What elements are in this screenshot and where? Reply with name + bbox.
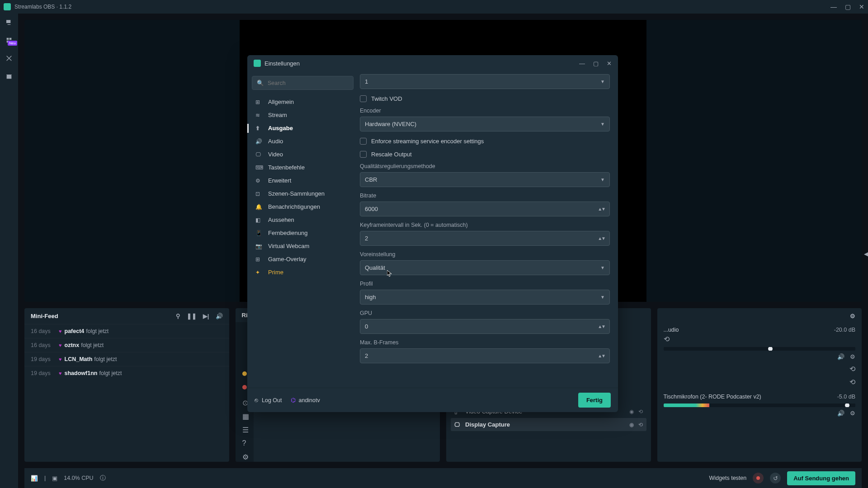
- test-widgets-button[interactable]: Widgets testen: [709, 475, 747, 481]
- record-button[interactable]: [753, 473, 764, 483]
- minifeed-panel: Mini-Feed ⚲ ❚❚ ▶| 🔊 16 days♥pafect4folgt…: [24, 308, 229, 462]
- logout-icon: ⎋: [255, 397, 258, 404]
- gear-icon[interactable]: ⚙: [850, 410, 855, 417]
- scene-nav-icon[interactable]: ⊙: [242, 399, 247, 403]
- search-input[interactable]: [268, 80, 349, 86]
- nav-icon: ◧: [255, 217, 264, 223]
- logout-button[interactable]: ⎋Log Out: [255, 397, 282, 404]
- nav-item-stream[interactable]: ≋Stream: [252, 108, 354, 122]
- reload-icon[interactable]: ⟲: [849, 365, 855, 373]
- nav-icon: ⊡: [255, 191, 264, 197]
- audio-track-select[interactable]: 1▼: [360, 74, 610, 89]
- source-row[interactable]: 🖵 Display Capture ◉⟲: [451, 418, 646, 431]
- left-rail: Neu: [0, 14, 18, 488]
- nav-item-virtual webcam[interactable]: 📷Virtual Webcam: [252, 239, 354, 253]
- nav-icon: 📷: [255, 243, 264, 249]
- keyframe-input[interactable]: 2▲▼: [360, 231, 610, 246]
- nav-icon: ⬆: [255, 125, 264, 131]
- nav-item-prime[interactable]: ✦Prime: [252, 266, 354, 279]
- nav-item-szenen-sammlungen[interactable]: ⊡Szenen-Sammlungen: [252, 187, 354, 200]
- scene-list-icon[interactable]: ☰: [242, 426, 247, 430]
- stats-icon[interactable]: 📊: [31, 475, 38, 482]
- mixer-db: -20.0 dB: [834, 327, 855, 333]
- mixer-db: -5.0 dB: [837, 394, 855, 400]
- editor-icon[interactable]: [5, 18, 13, 26]
- window-maximize-button[interactable]: ▢: [845, 3, 851, 10]
- feed-item[interactable]: 19 days♥shadowf1nnfolgt jetzt: [24, 366, 229, 380]
- visibility-icon[interactable]: ◉: [629, 408, 634, 415]
- encoder-select[interactable]: Hardware (NVENC)▼: [360, 117, 610, 131]
- nav-item-benachrichtigungen[interactable]: 🔔Benachrichtigungen: [252, 200, 354, 213]
- nav-item-audio[interactable]: 🔊Audio: [252, 135, 354, 148]
- skip-icon[interactable]: ▶|: [203, 313, 209, 319]
- lock-icon[interactable]: ⟲: [638, 422, 643, 428]
- nav-item-ausgabe[interactable]: ⬆Ausgabe: [252, 122, 354, 135]
- settings-search[interactable]: 🔍: [252, 76, 354, 90]
- profile-label: Profil: [360, 281, 610, 287]
- rescale-output-checkbox[interactable]: Rescale Output: [360, 151, 610, 158]
- gear-icon[interactable]: ⚙: [850, 353, 855, 360]
- feed-item[interactable]: 16 days♥oztnxfolgt jetzt: [24, 338, 229, 352]
- rate-control-label: Qualitätsregulierungsmethode: [360, 163, 610, 169]
- nav-item-aussehen[interactable]: ◧Aussehen: [252, 213, 354, 226]
- reload-icon[interactable]: ⟲: [664, 335, 670, 343]
- app-title: Streamlabs OBS · 1.1.2: [14, 4, 71, 10]
- bframes-input[interactable]: 2▲▼: [360, 348, 610, 363]
- scene-dot[interactable]: [242, 385, 247, 389]
- chevron-down-icon: ▼: [600, 122, 605, 127]
- mixer-settings-icon[interactable]: ⚙: [850, 313, 855, 319]
- window-close-button[interactable]: ✕: [859, 3, 864, 10]
- encoder-label: Encoder: [360, 108, 610, 114]
- nav-item-allgemein[interactable]: ⊞Allgemein: [252, 95, 354, 108]
- speaker-icon[interactable]: 🔊: [837, 410, 844, 417]
- twitch-vod-checkbox[interactable]: Twitch VOD: [360, 95, 610, 102]
- feed-item[interactable]: 19 days♥LCN_Mathfolgt jetzt: [24, 352, 229, 366]
- chevron-down-icon: ▼: [600, 265, 605, 270]
- mute-icon[interactable]: 🔊: [216, 313, 223, 319]
- bitrate-input[interactable]: 6000▲▼: [360, 202, 610, 216]
- nav-item-erweitert[interactable]: ⚙Erweitert: [252, 174, 354, 187]
- rate-control-select[interactable]: CBR▼: [360, 172, 610, 187]
- scene-settings-icon[interactable]: ⚙: [242, 453, 247, 457]
- nav-item-video[interactable]: 🖵Video: [252, 148, 354, 161]
- nav-item-fernbedienung[interactable]: 📱Fernbedienung: [252, 226, 354, 239]
- profile-select[interactable]: high▼: [360, 290, 610, 305]
- modal-close-button[interactable]: ✕: [607, 60, 612, 67]
- nav-item-tastenbefehle[interactable]: ⌨Tastenbefehle: [252, 161, 354, 174]
- studio-mode-dot[interactable]: [242, 371, 247, 376]
- monitor-icon: 🖵: [454, 422, 462, 428]
- store-icon[interactable]: [5, 72, 13, 80]
- modal-minimize-button[interactable]: —: [579, 60, 585, 67]
- lock-icon[interactable]: ⟲: [638, 408, 643, 415]
- cpu-usage: 14.0% CPU: [64, 475, 93, 481]
- nav-icon: ≋: [255, 112, 264, 118]
- nav-icon: ⊞: [255, 99, 264, 105]
- info-icon[interactable]: ⓘ: [100, 474, 106, 482]
- modal-maximize-button[interactable]: ▢: [593, 60, 599, 67]
- nav-item-game-overlay[interactable]: ⊞Game-Overlay: [252, 253, 354, 266]
- pause-icon[interactable]: ❚❚: [187, 313, 197, 319]
- speaker-icon[interactable]: 🔊: [837, 353, 844, 360]
- user-account[interactable]: ⌬andinotv: [291, 397, 320, 404]
- crossed-tools-icon[interactable]: [5, 54, 13, 62]
- scene-grid-icon[interactable]: ▦: [242, 412, 247, 417]
- mixer-meter[interactable]: [664, 347, 856, 351]
- nav-icon: ⚙: [255, 178, 264, 184]
- enforce-encoder-checkbox[interactable]: Enforce streaming service encoder settin…: [360, 138, 610, 145]
- visibility-icon[interactable]: ◉: [629, 422, 634, 428]
- filter-icon[interactable]: ⚲: [176, 313, 180, 319]
- done-button[interactable]: Fertig: [578, 393, 611, 408]
- preset-select[interactable]: Qualität▼: [360, 260, 610, 275]
- gpu-input[interactable]: 0▲▼: [360, 319, 610, 334]
- nav-icon: ⊞: [255, 256, 264, 263]
- feed-item[interactable]: 16 days♥pafect4folgt jetzt: [24, 324, 229, 338]
- reload-icon[interactable]: ⟲: [849, 378, 855, 386]
- expand-right-icon[interactable]: ◀: [864, 251, 868, 257]
- go-live-button[interactable]: Auf Sendung gehen: [787, 471, 855, 485]
- scene-help-icon[interactable]: ?: [242, 439, 247, 444]
- mixer-meter[interactable]: [664, 404, 856, 407]
- window-minimize-button[interactable]: —: [830, 3, 837, 10]
- search-icon: 🔍: [257, 80, 264, 86]
- chevron-down-icon: ▼: [600, 295, 605, 300]
- replay-buffer-button[interactable]: ↺: [770, 473, 781, 483]
